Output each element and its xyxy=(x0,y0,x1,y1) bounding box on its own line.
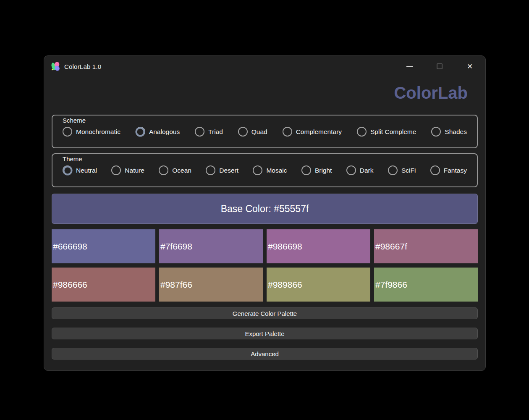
close-icon: ✕ xyxy=(467,63,473,70)
radio-icon xyxy=(253,165,262,175)
radio-theme-dark[interactable]: Dark xyxy=(346,165,374,175)
radio-label: Dark xyxy=(360,167,374,174)
palette-swatch[interactable]: #666698 xyxy=(52,229,155,263)
radio-theme-scifi[interactable]: SciFi xyxy=(388,165,416,175)
radio-label: Shades xyxy=(445,128,467,136)
scheme-radio-row: MonochromaticAnalogousTriadQuadComplemen… xyxy=(63,127,467,136)
palette-swatch[interactable]: #7f9866 xyxy=(374,268,478,302)
swatch-hex-label: #666698 xyxy=(53,242,87,252)
app-logo-icon xyxy=(50,61,60,71)
radio-icon xyxy=(357,127,367,136)
radio-theme-bright[interactable]: Bright xyxy=(301,165,332,175)
palette-grid: #666698#7f6698#986698#98667f#986666#987f… xyxy=(52,229,478,302)
radio-label: SciFi xyxy=(401,167,416,174)
palette-swatch[interactable]: #98667f xyxy=(374,229,478,263)
radio-scheme-complementary[interactable]: Complementary xyxy=(283,127,342,136)
radio-theme-ocean[interactable]: Ocean xyxy=(159,165,191,175)
swatch-hex-label: #7f6698 xyxy=(160,242,192,252)
radio-icon xyxy=(195,127,204,136)
radio-label: Monochromatic xyxy=(76,128,120,136)
radio-scheme-triad[interactable]: Triad xyxy=(195,127,223,136)
radio-label: Mosaic xyxy=(266,167,287,174)
radio-theme-desert[interactable]: Desert xyxy=(206,165,238,175)
window-title: ColorLab 1.0 xyxy=(64,63,101,70)
generate-palette-button[interactable]: Generate Color Palette xyxy=(52,307,478,319)
radio-label: Complementary xyxy=(296,128,342,136)
palette-swatch[interactable]: #986666 xyxy=(52,268,155,302)
radio-scheme-quad[interactable]: Quad xyxy=(238,127,267,136)
radio-icon xyxy=(111,165,121,175)
minimize-icon xyxy=(406,66,413,67)
radio-selected-icon xyxy=(136,127,145,136)
radio-icon xyxy=(283,127,292,136)
swatch-hex-label: #989866 xyxy=(268,280,302,290)
radio-icon xyxy=(63,127,72,136)
radio-label: Split Compleme xyxy=(370,128,416,136)
radio-label: Quad xyxy=(251,128,267,136)
radio-scheme-split-compleme[interactable]: Split Compleme xyxy=(357,127,416,136)
desktop-background: ColorLab 1.0 ✕ ColorLab Scheme Monochrom… xyxy=(0,0,529,420)
palette-swatch[interactable]: #989866 xyxy=(267,268,370,302)
radio-scheme-analogous[interactable]: Analogous xyxy=(136,127,180,136)
radio-scheme-monochromatic[interactable]: Monochromatic xyxy=(63,127,120,136)
app-window: ColorLab 1.0 ✕ ColorLab Scheme Monochrom… xyxy=(44,55,486,371)
palette-swatch[interactable]: #986698 xyxy=(267,229,370,263)
palette-swatch[interactable]: #987f66 xyxy=(159,268,263,302)
radio-icon xyxy=(301,165,311,175)
palette-swatch[interactable]: #7f6698 xyxy=(159,229,263,263)
window-controls: ✕ xyxy=(400,59,479,74)
swatch-hex-label: #986698 xyxy=(268,242,302,252)
radio-scheme-shades[interactable]: Shades xyxy=(431,127,467,136)
radio-theme-neutral[interactable]: Neutral xyxy=(63,165,97,175)
radio-icon xyxy=(159,165,168,175)
close-button[interactable]: ✕ xyxy=(460,59,479,74)
scheme-group: Scheme MonochromaticAnalogousTriadQuadCo… xyxy=(52,115,478,148)
radio-label: Nature xyxy=(125,167,144,174)
radio-icon xyxy=(388,165,398,175)
maximize-button[interactable] xyxy=(430,59,449,74)
radio-label: Desert xyxy=(219,167,238,174)
swatch-hex-label: #7f9866 xyxy=(375,280,407,290)
title-bar[interactable]: ColorLab 1.0 ✕ xyxy=(44,56,485,77)
radio-icon xyxy=(346,165,356,175)
base-color-button[interactable]: Base Color: #55557f xyxy=(52,194,478,224)
scheme-group-label: Scheme xyxy=(60,116,90,124)
radio-icon xyxy=(430,165,440,175)
radio-icon xyxy=(238,127,248,136)
swatch-hex-label: #987f66 xyxy=(160,280,192,290)
radio-label: Neutral xyxy=(76,167,97,174)
radio-label: Fantasy xyxy=(444,167,467,174)
advanced-button[interactable]: Advanced xyxy=(52,348,478,360)
radio-theme-mosaic[interactable]: Mosaic xyxy=(253,165,287,175)
radio-label: Analogous xyxy=(149,128,180,136)
theme-group: Theme NeutralNatureOceanDesertMosaicBrig… xyxy=(52,153,478,187)
radio-label: Triad xyxy=(208,128,223,136)
radio-selected-icon xyxy=(63,165,72,175)
radio-label: Bright xyxy=(315,167,332,174)
swatch-hex-label: #986666 xyxy=(53,280,87,290)
maximize-icon xyxy=(437,63,443,69)
app-heading: ColorLab xyxy=(44,84,468,102)
theme-group-label: Theme xyxy=(60,155,86,163)
radio-theme-nature[interactable]: Nature xyxy=(111,165,144,175)
radio-icon xyxy=(431,127,441,136)
theme-radio-row: NeutralNatureOceanDesertMosaicBrightDark… xyxy=(63,165,467,175)
export-palette-button[interactable]: Export Palette xyxy=(52,328,478,339)
radio-icon xyxy=(206,165,215,175)
minimize-button[interactable] xyxy=(400,59,419,74)
swatch-hex-label: #98667f xyxy=(375,242,407,252)
radio-theme-fantasy[interactable]: Fantasy xyxy=(430,165,467,175)
radio-label: Ocean xyxy=(172,167,191,174)
